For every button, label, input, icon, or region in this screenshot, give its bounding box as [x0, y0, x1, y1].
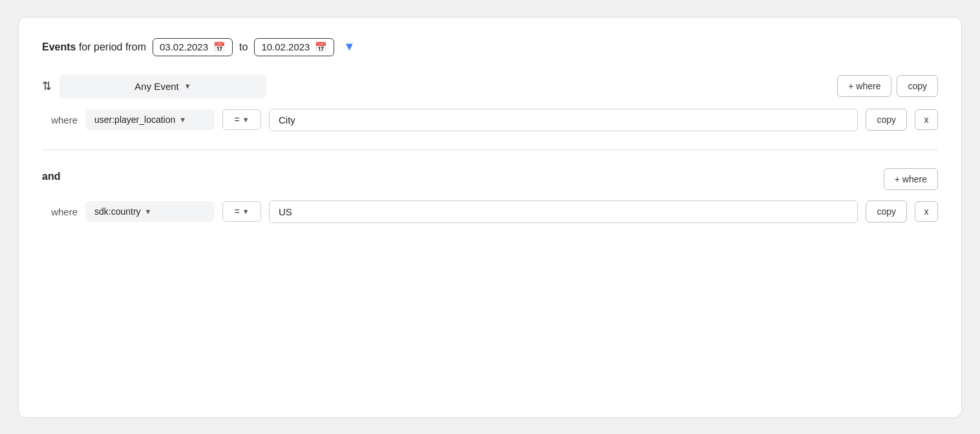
property-select-2[interactable]: sdk:country ▼ — [85, 201, 215, 222]
section-divider — [42, 149, 938, 150]
date-to-value: 10.02.2023 — [261, 41, 310, 52]
date-from-input[interactable]: 03.02.2023 📅 — [153, 38, 233, 56]
where-label-1: where — [42, 114, 78, 125]
section1-left: ⇅ Any Event ▼ — [42, 74, 266, 98]
operator-select-2[interactable]: = ▼ — [222, 201, 261, 222]
event-select[interactable]: Any Event ▼ — [59, 74, 266, 98]
copy-where-button-1[interactable]: copy — [866, 109, 907, 131]
property-select-1-label: user:player_location — [94, 114, 175, 125]
copy-button-1[interactable]: copy — [897, 75, 938, 97]
main-container: Events for period from 03.02.2023 📅 to 1… — [18, 17, 962, 418]
section-2: and + where where sdk:country ▼ = ▼ copy… — [42, 168, 938, 223]
period-chevron-icon[interactable]: ▼ — [343, 40, 355, 54]
date-to-input[interactable]: 10.02.2023 📅 — [254, 38, 334, 56]
calendar-to-icon: 📅 — [315, 41, 327, 53]
date-from-value: 03.02.2023 — [160, 41, 208, 52]
operator-select-1-chevron-icon: ▼ — [242, 116, 250, 124]
event-select-label: Any Event — [134, 81, 178, 92]
where-row-2: where sdk:country ▼ = ▼ copy x — [42, 201, 938, 223]
value-input-1[interactable] — [269, 109, 858, 131]
event-select-chevron-icon: ▼ — [184, 82, 191, 90]
header-text: Events for period from — [42, 41, 146, 53]
section1-right-actions: + where copy — [837, 75, 938, 97]
header-row: Events for period from 03.02.2023 📅 to 1… — [42, 38, 938, 56]
and-section-row: and + where — [42, 168, 938, 190]
operator-select-2-label: = — [234, 206, 239, 217]
remove-where-button-1[interactable]: x — [915, 109, 938, 130]
header-middle-text: for period from — [79, 41, 146, 52]
operator-select-2-chevron-icon: ▼ — [242, 208, 250, 215]
where-label-2: where — [42, 206, 78, 217]
add-where-button-1[interactable]: + where — [837, 75, 891, 97]
section-1: ⇅ Any Event ▼ + where copy where user:pl… — [42, 74, 938, 131]
calendar-from-icon: 📅 — [213, 41, 226, 53]
header-events-label: Events — [42, 41, 76, 52]
operator-select-1[interactable]: = ▼ — [222, 109, 261, 130]
where-row-1: where user:player_location ▼ = ▼ copy x — [42, 109, 938, 131]
add-where-button-2[interactable]: + where — [884, 168, 938, 190]
and-label: and — [42, 168, 60, 182]
property-select-2-chevron-icon: ▼ — [145, 208, 152, 215]
copy-where-button-2[interactable]: copy — [866, 201, 907, 222]
remove-where-button-2[interactable]: x — [915, 201, 938, 222]
value-input-2[interactable] — [269, 201, 858, 223]
property-select-1-chevron-icon: ▼ — [179, 116, 186, 124]
to-label: to — [239, 41, 248, 53]
sort-icon[interactable]: ⇅ — [42, 79, 52, 93]
property-select-2-label: sdk:country — [94, 206, 141, 217]
operator-select-1-label: = — [234, 114, 239, 125]
property-select-1[interactable]: user:player_location ▼ — [85, 109, 215, 130]
section1-main-row: ⇅ Any Event ▼ + where copy — [42, 74, 938, 98]
